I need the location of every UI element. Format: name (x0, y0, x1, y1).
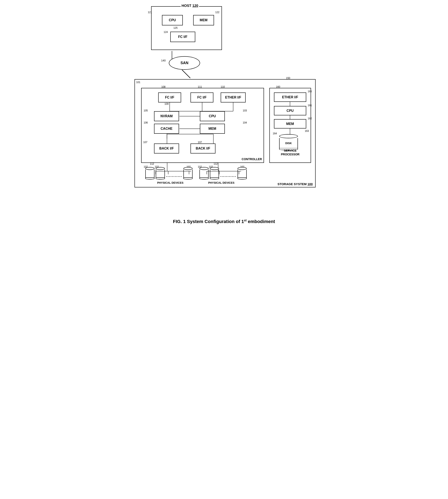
disk-cyl-3 (183, 167, 192, 180)
phys-devices-label-2: PHYSICAL DEVICES (196, 181, 246, 184)
controller-label: CONTROLLER (242, 157, 262, 161)
ref-107a: 107 (143, 141, 147, 144)
ref-162: 162 (308, 117, 312, 120)
service-processor-box: 160 ETHER I/F 165 161 CPU 162 MEM 164 16… (269, 88, 311, 163)
controller-etherif-box: ETHER I/F (221, 92, 246, 102)
host-fcif-label: FC I/F (178, 35, 187, 39)
ref-110: 110 (221, 85, 225, 88)
san-label: SAN (180, 61, 188, 65)
disk-cyl-4 (199, 167, 208, 180)
controller-cpu-label: CPU (209, 114, 216, 118)
svg-line-2 (182, 70, 190, 78)
dots-2: ........... (220, 173, 236, 180)
controller-box: CONTROLLER 108 FC I/F 111 FC I/F 110 ETH… (141, 88, 264, 163)
ref-125: 125 (173, 26, 177, 29)
controller-fcif2-label: FC I/F (197, 96, 207, 99)
host-mem-box: MEM (193, 15, 214, 25)
disk-cyl-5 (210, 167, 219, 180)
disk-cyl-1 (145, 167, 155, 180)
ref-160: 160 (276, 85, 280, 88)
ref-106: 106 (144, 121, 148, 124)
ref-124: 124 (164, 31, 168, 33)
sp-cpu-label: CPU (287, 109, 294, 113)
nvram-label: NVRAM (160, 114, 173, 118)
storage-box: STORAGE SYSTEM 100 150 101 CONTROLLER 10… (134, 79, 316, 187)
controller-cpu-box: CPU (200, 111, 225, 121)
caption-end: embodiment (246, 219, 275, 224)
disk-cyl-2 (156, 167, 165, 180)
disk-cyl-6 (238, 167, 247, 180)
ref-165: 165 (308, 90, 312, 93)
ref-161: 161 (308, 104, 312, 107)
ref-111: 111 (198, 85, 202, 88)
host-cpu-box: CPU (162, 15, 183, 25)
controller-fcif2-box: FC I/F (191, 92, 213, 102)
controller-fcif1-box: FC I/F (158, 92, 181, 102)
ref-150: 150 (286, 77, 290, 80)
sp-mem-box: MEM (274, 119, 306, 129)
caption-sup: st (244, 219, 246, 222)
controller-mem-label: MEM (208, 127, 216, 131)
controller-etherif-label: ETHER I/F (225, 96, 241, 99)
figure-caption: FIG. 1 System Configuration of 1st embod… (173, 219, 275, 224)
ref-164: 164 (273, 132, 277, 135)
host-box: HOST 120 121 122 CPU MEM 125 FC I/F 124 (151, 6, 222, 50)
backif2-label: BACK I/F (196, 147, 210, 150)
controller-mem-box: MEM (200, 124, 225, 134)
caption-main: System Configuration of 1 (187, 219, 244, 224)
dots-1: ........... (166, 173, 182, 180)
backif1-label: BACK I/F (159, 147, 174, 150)
ref-103: 103 (243, 109, 247, 112)
storage-system-label: STORAGE SYSTEM 100 (277, 182, 313, 186)
ref-101: 101 (136, 81, 140, 84)
disk-group-left: ........... (145, 167, 192, 180)
backif1-box: BACK I/F (154, 144, 179, 153)
san-ellipse: SAN (169, 56, 200, 70)
ref-104: 104 (243, 121, 247, 124)
sp-etherif-label: ETHER I/F (282, 95, 298, 99)
ref-108: 108 (161, 85, 165, 88)
cache-box: CACHE (154, 124, 179, 134)
sp-disk: DISK (279, 134, 298, 150)
figure-number: FIG. 1 (173, 219, 186, 224)
host-mem-label: MEM (200, 18, 207, 22)
ref-109: 109 (164, 102, 169, 105)
ref-163: 163 (305, 130, 309, 133)
backif2-box: BACK I/F (191, 144, 215, 153)
phys-devices-label-1: PHYSICAL DEVICES (145, 181, 195, 184)
host-fcif-box: FC I/F (170, 32, 195, 42)
ref-107b: 107 (198, 141, 202, 144)
sp-etherif-box: ETHER I/F (274, 92, 306, 102)
ref-140: 140 (161, 59, 166, 62)
disk-group-right: ........... (199, 167, 247, 180)
sp-label: SERVICEPROCESSOR (270, 149, 311, 156)
sp-mem-label: MEM (286, 122, 294, 126)
ref-122: 122 (215, 11, 219, 14)
host-label: HOST 120 (181, 4, 199, 8)
ref-112a: 112 (150, 163, 154, 165)
ref-121: 121 (148, 11, 152, 14)
sp-cpu-box: CPU (274, 106, 306, 115)
controller-fcif1-label: FC I/F (165, 96, 174, 99)
ref-105: 105 (144, 109, 148, 112)
cache-label: CACHE (161, 127, 173, 131)
ref-112b: 112 (214, 163, 218, 165)
nvram-box: NVRAM (154, 111, 179, 121)
host-cpu-label: CPU (169, 18, 176, 22)
